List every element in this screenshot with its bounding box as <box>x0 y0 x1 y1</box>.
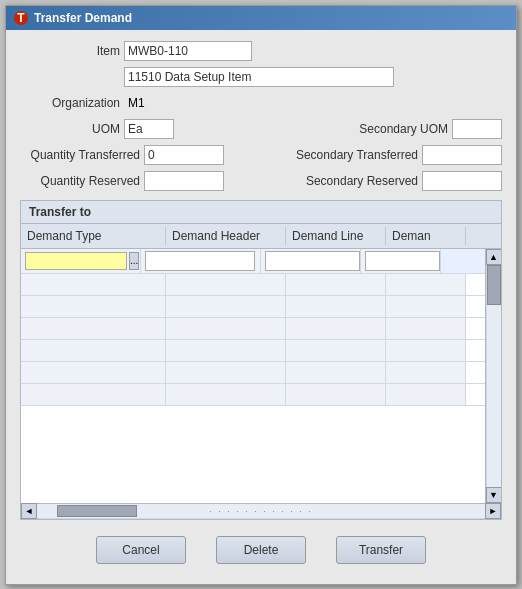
demand-line-cell-4 <box>286 318 386 339</box>
table-row <box>21 274 501 296</box>
qty-reserved-field[interactable] <box>144 171 224 191</box>
scroll-right-btn[interactable]: ► <box>485 503 501 519</box>
demand-extra-cell-2 <box>386 274 466 295</box>
demand-type-cell-4 <box>21 318 166 339</box>
item-code-field[interactable] <box>124 41 252 61</box>
qty-transferred-row: Quantity Transferred Secondary Transferr… <box>20 144 502 166</box>
item-label: Item <box>20 44 120 58</box>
transfer-to-section: Transfer to Demand Type Demand Header De… <box>20 200 502 520</box>
window-title: Transfer Demand <box>34 11 132 25</box>
transfer-button[interactable]: Transfer <box>336 536 426 564</box>
transfer-demand-window: T Transfer Demand Item Organization M1 U… <box>5 5 517 585</box>
demand-type-cell-1[interactable]: ... <box>21 249 141 273</box>
demand-extra-cell-1 <box>361 249 441 273</box>
form-content: Item Organization M1 UOM Secondary UOM <box>6 30 516 584</box>
demand-type-cell-2 <box>21 274 166 295</box>
scroll-left-btn[interactable]: ◄ <box>21 503 37 519</box>
demand-header-cell-4 <box>166 318 286 339</box>
org-value: M1 <box>124 94 174 112</box>
table-header: Demand Type Demand Header Demand Line De… <box>21 224 501 249</box>
demand-header-cell-6 <box>166 362 286 383</box>
scroll-thumb[interactable] <box>487 265 501 305</box>
table-rows: ... <box>21 249 501 406</box>
demand-type-cell-7 <box>21 384 166 405</box>
demand-extra-cell-7 <box>386 384 466 405</box>
sec-uom-label: Secondary UOM <box>348 122 448 136</box>
window-icon: T <box>14 11 28 25</box>
item-name-row <box>124 66 502 88</box>
demand-type-input-1[interactable] <box>25 252 127 270</box>
demand-header-cell-7 <box>166 384 286 405</box>
delete-button[interactable]: Delete <box>216 536 306 564</box>
demand-line-cell-6 <box>286 362 386 383</box>
demand-header-input-1[interactable] <box>145 251 255 271</box>
sec-transferred-label: Secondary Transferred <box>288 148 418 162</box>
scroll-up-btn[interactable]: ▲ <box>486 249 502 265</box>
sec-reserved-field[interactable] <box>422 171 502 191</box>
demand-header-cell-2 <box>166 274 286 295</box>
demand-extra-cell-6 <box>386 362 466 383</box>
browse-btn-1[interactable]: ... <box>129 252 139 270</box>
demand-line-cell-1 <box>261 249 361 273</box>
demand-header-cell-5 <box>166 340 286 361</box>
table-row <box>21 296 501 318</box>
demand-line-input-1[interactable] <box>265 251 360 271</box>
qty-reserved-row: Quantity Reserved Secondary Reserved <box>20 170 502 192</box>
demand-extra-cell-4 <box>386 318 466 339</box>
demand-line-cell-5 <box>286 340 386 361</box>
scroll-track[interactable] <box>487 265 501 487</box>
demand-line-cell-3 <box>286 296 386 317</box>
item-row: Item <box>20 40 502 62</box>
demand-type-cell-6 <box>21 362 166 383</box>
demand-extra-input-1[interactable] <box>365 251 440 271</box>
qty-reserved-label: Quantity Reserved <box>20 174 140 188</box>
demand-extra-cell-3 <box>386 296 466 317</box>
table-row <box>21 340 501 362</box>
scroll-down-btn[interactable]: ▼ <box>486 487 502 503</box>
uom-row: UOM Secondary UOM <box>20 118 502 140</box>
col-header-demand-line: Demand Line <box>286 227 386 245</box>
qty-transferred-field[interactable] <box>144 145 224 165</box>
col-header-demand-extra: Deman <box>386 227 466 245</box>
sec-uom-group: Secondary UOM <box>348 119 502 139</box>
org-row: Organization M1 <box>20 92 502 114</box>
table-row <box>21 384 501 406</box>
vertical-scrollbar[interactable]: ▲ ▼ <box>485 249 501 503</box>
demand-extra-cell-5 <box>386 340 466 361</box>
sec-transferred-field[interactable] <box>422 145 502 165</box>
transfer-to-label: Transfer to <box>21 201 501 224</box>
sec-uom-field[interactable] <box>452 119 502 139</box>
table-row <box>21 362 501 384</box>
col-header-demand-type: Demand Type <box>21 227 166 245</box>
table-row <box>21 318 501 340</box>
item-name-field[interactable] <box>124 67 394 87</box>
org-label: Organization <box>20 96 120 110</box>
qty-transferred-label: Quantity Transferred <box>20 148 140 162</box>
demand-header-cell-1 <box>141 249 261 273</box>
button-row: Cancel Delete Transfer <box>20 524 502 574</box>
demand-type-cell-3 <box>21 296 166 317</box>
demand-line-cell-2 <box>286 274 386 295</box>
table-area: Demand Type Demand Header Demand Line De… <box>21 224 501 519</box>
demand-type-cell-5 <box>21 340 166 361</box>
sec-transferred-group: Secondary Transferred <box>288 145 502 165</box>
demand-line-cell-7 <box>286 384 386 405</box>
cancel-button[interactable]: Cancel <box>96 536 186 564</box>
sec-reserved-label: Secondary Reserved <box>288 174 418 188</box>
table-row[interactable]: ... <box>21 249 501 274</box>
horizontal-scrollbar[interactable]: ◄ · · · · · · · · · · · · ► <box>21 503 501 519</box>
uom-label: UOM <box>20 122 120 136</box>
col-header-demand-header: Demand Header <box>166 227 286 245</box>
uom-field[interactable] <box>124 119 174 139</box>
qty-reserved-group: Quantity Reserved <box>20 171 224 191</box>
sec-reserved-group: Secondary Reserved <box>288 171 502 191</box>
qty-transferred-group: Quantity Transferred <box>20 145 224 165</box>
table-body: ... <box>21 249 501 503</box>
hscroll-thumb[interactable] <box>57 505 137 517</box>
uom-group: UOM <box>20 119 174 139</box>
title-bar: T Transfer Demand <box>6 6 516 30</box>
hscroll-track[interactable]: · · · · · · · · · · · · <box>37 504 485 518</box>
demand-header-cell-3 <box>166 296 286 317</box>
